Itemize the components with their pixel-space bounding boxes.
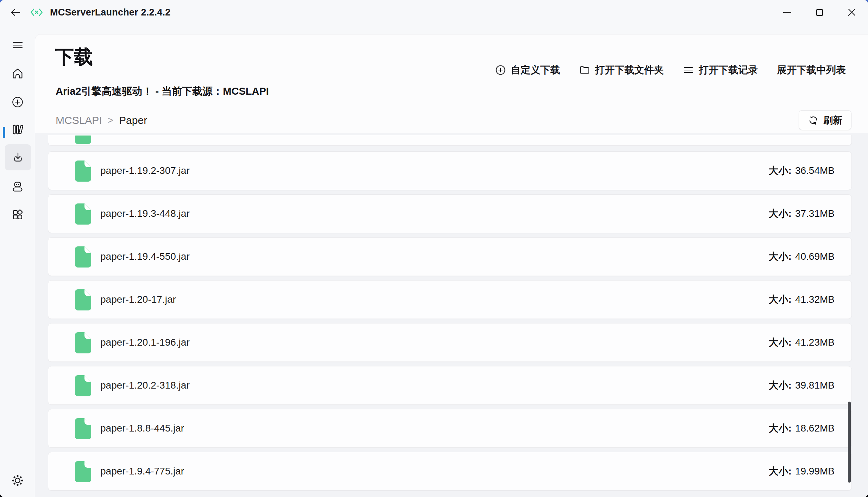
sidebar-item-extensions[interactable] — [6, 203, 29, 226]
download-icon — [12, 151, 24, 164]
file-size: 大小: 40.69MB — [769, 250, 835, 263]
open-download-history-button[interactable]: 打开下载记录 — [682, 61, 759, 79]
file-row[interactable]: paper-1.20.1-196.jar 大小: 41.23MB — [48, 323, 852, 362]
size-value: 18.62MB — [795, 423, 835, 434]
file-row[interactable]: paper-1.19.3-448.jar 大小: 37.31MB — [48, 194, 852, 233]
file-name: paper-1.20-17.jar — [100, 294, 176, 305]
scrollbar-thumb[interactable] — [848, 402, 851, 483]
size-label: 大小: — [769, 422, 792, 435]
action-label: 打开下载记录 — [699, 63, 758, 77]
file-name: paper-1.20.1-196.jar — [100, 337, 190, 348]
robot-icon — [11, 180, 24, 193]
file-name: paper-1.20.2-318.jar — [100, 380, 190, 391]
refresh-button[interactable]: 刷新 — [799, 110, 851, 130]
minimize-button[interactable] — [771, 0, 803, 25]
widgets-icon — [11, 208, 24, 221]
size-label: 大小: — [769, 336, 792, 349]
file-row[interactable]: paper-1.8.8-445.jar 大小: 18.62MB — [48, 409, 852, 448]
file-row[interactable]: paper-1.20.2-318.jar 大小: 39.81MB — [48, 366, 852, 405]
breadcrumb-current: Paper — [119, 114, 147, 126]
sidebar-item-add[interactable] — [6, 90, 29, 114]
file-size: 大小: 36.54MB — [769, 164, 835, 177]
app-window: MCServerLauncher 2.2.4.2 — [0, 0, 868, 497]
close-icon — [848, 8, 856, 17]
close-button[interactable] — [836, 0, 868, 25]
breadcrumb-root[interactable]: MCSLAPI — [56, 114, 102, 126]
action-label: 自定义下载 — [511, 63, 560, 77]
refresh-label: 刷新 — [823, 114, 842, 127]
code-x-logo-icon — [30, 6, 44, 18]
page-subtitle: Aria2引擎高速驱动！ - 当前下载源：MCSLAPI — [56, 84, 269, 99]
download-page: 下载 Aria2引擎高速驱动！ - 当前下载源：MCSLAPI 自定义下载 — [35, 34, 868, 497]
file-name: paper-1.19.2-307.jar — [100, 165, 190, 176]
file-icon — [75, 289, 91, 311]
sidebar-item-library[interactable] — [6, 118, 29, 141]
file-size: 大小: 41.23MB — [769, 336, 835, 349]
refresh-icon — [808, 115, 819, 126]
settings-gear-icon — [11, 474, 24, 487]
folder-icon — [579, 64, 590, 76]
size-value: 36.54MB — [795, 165, 835, 176]
breadcrumb-separator: > — [108, 115, 113, 126]
file-size: 大小: 41.32MB — [769, 293, 835, 306]
size-value: 40.69MB — [795, 251, 835, 262]
open-download-folder-button[interactable]: 打开下载文件夹 — [578, 61, 665, 79]
titlebar: MCServerLauncher 2.2.4.2 — [0, 0, 868, 25]
menu-icon — [11, 39, 24, 51]
minimize-icon — [783, 12, 791, 13]
file-icon — [75, 160, 91, 182]
add-circle-icon — [11, 96, 24, 108]
header-actions: 自定义下载 打开下载文件夹 打开下载记录 — [494, 61, 847, 79]
app-title: MCServerLauncher 2.2.4.2 — [50, 7, 170, 18]
main-area: 下载 Aria2引擎高速驱动！ - 当前下载源：MCSLAPI 自定义下载 — [35, 25, 868, 497]
file-icon — [75, 246, 91, 268]
file-list: paper-1.19.2-307.jar 大小: 36.54MB paper-1… — [35, 133, 868, 497]
size-label: 大小: — [769, 379, 792, 392]
library-icon — [11, 123, 24, 136]
file-icon — [75, 461, 91, 483]
action-label: 展开下载中列表 — [777, 63, 846, 77]
expand-downloading-list-button[interactable]: 展开下载中列表 — [776, 61, 847, 79]
size-value: 39.81MB — [795, 380, 835, 391]
breadcrumb: MCSLAPI > Paper — [56, 113, 147, 128]
sidebar-item-home[interactable] — [6, 62, 29, 85]
desktop-background: MCServerLauncher 2.2.4.2 — [0, 0, 868, 497]
file-size: 大小: 18.62MB — [769, 422, 835, 435]
action-label: 打开下载文件夹 — [595, 63, 664, 77]
active-indicator — [3, 127, 5, 138]
custom-download-button[interactable]: 自定义下载 — [494, 61, 561, 79]
maximize-button[interactable] — [803, 0, 836, 25]
sidebar — [0, 25, 35, 497]
sidebar-item-console[interactable] — [6, 175, 29, 198]
file-name: paper-1.19.4-550.jar — [100, 251, 190, 262]
file-name: paper-1.8.8-445.jar — [100, 423, 184, 434]
file-name: paper-1.19.3-448.jar — [100, 208, 190, 219]
size-label: 大小: — [769, 164, 792, 177]
back-arrow-icon — [10, 6, 21, 18]
page-title: 下载 — [55, 44, 93, 70]
sidebar-item-download[interactable] — [5, 144, 31, 170]
window-controls — [771, 0, 868, 25]
plus-circle-icon — [495, 64, 506, 76]
back-button[interactable] — [4, 2, 27, 22]
file-row[interactable]: paper-1.19.4-550.jar 大小: 40.69MB — [48, 237, 852, 276]
list-icon — [683, 64, 694, 76]
size-value: 19.99MB — [795, 466, 835, 477]
size-label: 大小: — [769, 207, 792, 220]
file-row[interactable]: paper-1.20-17.jar 大小: 41.32MB — [48, 280, 852, 319]
size-label: 大小: — [769, 293, 792, 306]
file-row-partial[interactable] — [48, 135, 852, 146]
size-label: 大小: — [769, 465, 792, 478]
home-icon — [11, 67, 24, 80]
file-icon — [75, 136, 91, 144]
file-icon — [75, 332, 91, 354]
file-row[interactable]: paper-1.19.2-307.jar 大小: 36.54MB — [48, 151, 852, 190]
maximize-icon — [816, 9, 823, 16]
file-name: paper-1.9.4-775.jar — [100, 466, 184, 477]
size-label: 大小: — [769, 250, 792, 263]
file-row[interactable]: paper-1.9.4-775.jar 大小: 19.99MB — [48, 452, 852, 491]
sidebar-item-settings[interactable] — [6, 469, 29, 492]
file-size: 大小: 39.81MB — [769, 379, 835, 392]
file-icon — [75, 203, 91, 225]
sidebar-menu-button[interactable] — [6, 33, 29, 57]
